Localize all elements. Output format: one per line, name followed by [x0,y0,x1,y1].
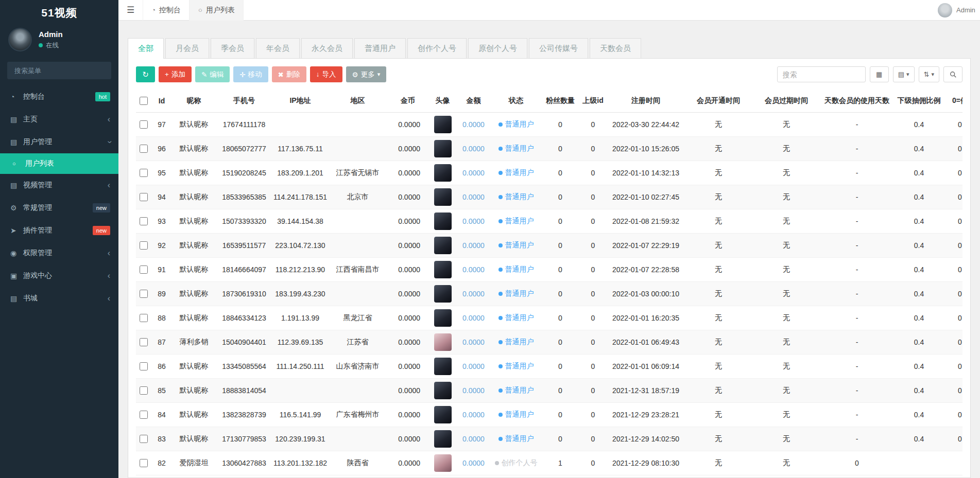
cell-amount: 0.0000 [457,427,490,451]
sidebar-subitem-2-0[interactable]: ○用户列表 [0,153,118,174]
status-label: 普通用户 [505,120,534,129]
amount-link[interactable]: 0.0000 [462,435,485,443]
game-icon: ▣ [10,272,23,280]
amount-link[interactable]: 0.0000 [462,314,485,322]
row-checkbox[interactable] [140,338,148,346]
cell-id: 83 [151,427,172,451]
row-checkbox[interactable] [140,241,148,250]
admin-avatar[interactable] [8,28,32,51]
hamburger-menu-icon[interactable]: ☰ [118,5,143,15]
row-checkbox[interactable] [140,193,148,201]
filter-tab-9[interactable]: 天数会员 [590,38,641,58]
row-checkbox[interactable] [140,435,148,443]
filter-tab-2[interactable]: 季会员 [211,38,254,58]
topbar-user-avatar[interactable] [938,3,952,17]
amount-link[interactable]: 0.0000 [462,241,485,250]
cell-flag: 0 [944,112,962,136]
view-table-button[interactable]: ▦ [870,66,889,82]
row-checkbox[interactable] [140,265,148,274]
table-search-input[interactable] [777,66,866,82]
amount-link[interactable]: 0.0000 [462,386,485,395]
columns-dropdown-button[interactable]: ▤ ▾ [893,66,915,82]
cell-fans: 0 [542,354,579,378]
cell-amount: 0.0000 [457,354,490,378]
topbar-tab-1[interactable]: ○用户列表 [190,0,244,21]
user-avatar [434,309,452,327]
rocket-icon: ➤ [10,226,23,235]
row-checkbox[interactable] [140,459,148,467]
amount-link[interactable]: 0.0000 [462,338,485,346]
select-all-checkbox[interactable] [140,97,148,105]
cell-phone: 13345085564 [216,354,272,378]
cell-checkbox [136,161,151,185]
cell-days-used: - [820,281,893,306]
chevron-icon: ‹ [105,140,113,143]
sidebar-item-1[interactable]: ▤主页‹ [0,108,118,131]
amount-link[interactable]: 0.0000 [462,290,485,298]
cell-phone: 17130779853 [216,427,272,451]
topbar-tab-0[interactable]: ◔控制台 [143,0,190,21]
sidebar-item-0[interactable]: ◔控制台hot [0,85,118,108]
amount-link[interactable]: 0.0000 [462,459,485,467]
sidebar-item-2[interactable]: ▤用户管理‹ [0,131,118,153]
row-checkbox[interactable] [140,145,148,153]
refresh-button[interactable]: ↻ [136,66,155,82]
amount-link[interactable]: 0.0000 [462,145,485,153]
amount-link[interactable]: 0.0000 [462,217,485,225]
status-dot-icon [498,413,503,417]
filter-tab-1[interactable]: 月会员 [165,38,209,58]
filter-tab-6[interactable]: 创作个人号 [407,38,467,58]
cell-region [328,281,387,306]
cell-parent-id: 0 [579,233,607,257]
cell-status: 普通用户 [490,427,542,451]
sidebar-item-6[interactable]: ◉权限管理‹ [0,242,118,264]
plus-icon: + [165,70,169,78]
cell-vip-expire: 无 [752,354,820,378]
sidebar-item-5[interactable]: ➤插件管理new [0,219,118,242]
sidebar-item-3[interactable]: ▤视频管理‹ [0,174,118,197]
amount-link[interactable]: 0.0000 [462,362,485,370]
move-button[interactable]: ✛ 移动 [233,66,268,82]
row-checkbox[interactable] [140,362,148,370]
cell-status: 普通用户 [490,112,542,136]
search-submit-button[interactable] [943,66,962,82]
row-checkbox[interactable] [140,386,148,395]
row-checkbox[interactable] [140,169,148,177]
row-checkbox[interactable] [140,120,148,129]
cell-reg-time: 2021-12-29 08:10:30 [607,451,684,475]
filter-tab-8[interactable]: 公司传媒号 [529,38,588,58]
sidebar-item-7[interactable]: ▣游戏中心‹ [0,264,118,287]
filter-tab-7[interactable]: 原创个人号 [468,38,527,58]
import-button[interactable]: ↓ 导入 [310,66,342,82]
sidebar: 51视频 Admin 在线 ◔控制台hot▤主页‹▤用户管理‹○用户列表▤视频管… [0,0,118,478]
filter-tab-3[interactable]: 年会员 [256,38,300,58]
cell-phone: 17674111178 [216,112,272,136]
row-checkbox[interactable] [140,411,148,419]
delete-button[interactable]: ✖ 删除 [272,66,306,82]
sidebar-item-4[interactable]: ⚙常规管理new [0,197,118,219]
amount-link[interactable]: 0.0000 [462,411,485,419]
cell-status: 普通用户 [490,281,542,306]
cell-ip [272,378,328,402]
amount-link[interactable]: 0.0000 [462,169,485,177]
row-checkbox[interactable] [140,217,148,225]
export-dropdown-button[interactable]: ⇅ ▾ [919,66,939,82]
amount-link[interactable]: 0.0000 [462,193,485,201]
sidebar-item-8[interactable]: ▤书城‹ [0,287,118,310]
row-checkbox[interactable] [140,290,148,298]
filter-tab-5[interactable]: 普通用户 [354,38,406,58]
cell-amount: 0.0000 [457,136,490,161]
add-button[interactable]: + 添加 [159,66,192,82]
edit-button[interactable]: ✎ 编辑 [195,66,230,82]
filter-tab-4[interactable]: 永久会员 [301,38,353,58]
filter-tab-0[interactable]: 全部 [128,38,164,59]
col-header-10: 上级id [579,90,607,112]
cell-vip-open: 无 [684,136,752,161]
amount-link[interactable]: 0.0000 [462,265,485,274]
cell-id: 94 [151,185,172,209]
status-badge: 普通用户 [498,313,534,323]
menu-search-input[interactable] [13,66,106,75]
amount-link[interactable]: 0.0000 [462,120,485,129]
more-button[interactable]: ⚙ 更多 ▾ [346,66,387,82]
row-checkbox[interactable] [140,314,148,322]
